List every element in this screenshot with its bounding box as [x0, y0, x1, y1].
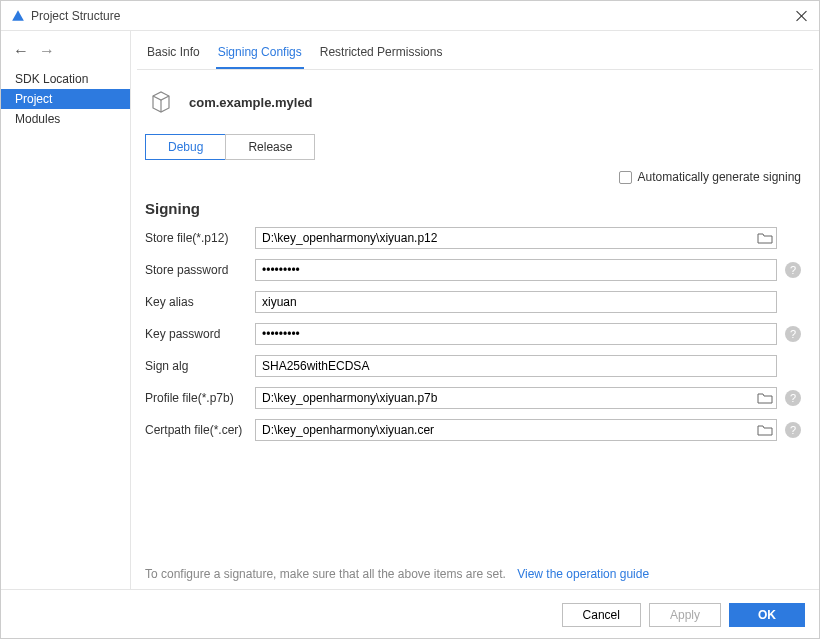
- row-store-password: Store password ?: [145, 259, 801, 281]
- help-spacer: [785, 230, 801, 246]
- hint: To configure a signature, make sure that…: [145, 567, 805, 581]
- input-profile-file[interactable]: [255, 387, 777, 409]
- package-cube-icon: [145, 86, 177, 118]
- window-title: Project Structure: [31, 9, 795, 23]
- browse-profile-file-icon[interactable]: [757, 391, 773, 405]
- auto-signing-label: Automatically generate signing: [638, 170, 801, 184]
- label-store-password: Store password: [145, 263, 255, 277]
- row-certpath-file: Certpath file(*.cer) ?: [145, 419, 801, 441]
- input-wrap-key-alias: [255, 291, 777, 313]
- input-key-password[interactable]: [255, 323, 777, 345]
- help-profile-file-icon[interactable]: ?: [785, 390, 801, 406]
- hint-link[interactable]: View the operation guide: [517, 567, 649, 581]
- package-name: com.example.myled: [189, 95, 313, 110]
- input-key-alias[interactable]: [255, 291, 777, 313]
- input-certpath-file[interactable]: [255, 419, 777, 441]
- input-wrap-store-file: [255, 227, 777, 249]
- input-sign-alg[interactable]: [255, 355, 777, 377]
- row-key-password: Key password ?: [145, 323, 801, 345]
- label-key-alias: Key alias: [145, 295, 255, 309]
- help-certpath-file-icon[interactable]: ?: [785, 422, 801, 438]
- input-store-file[interactable]: [255, 227, 777, 249]
- auto-signing-checkbox[interactable]: [619, 171, 632, 184]
- footer: Cancel Apply OK: [1, 589, 819, 639]
- forward-arrow-icon[interactable]: →: [39, 43, 55, 59]
- help-store-password-icon[interactable]: ?: [785, 262, 801, 278]
- input-wrap-profile-file: [255, 387, 777, 409]
- tab-signing-configs[interactable]: Signing Configs: [216, 45, 304, 69]
- back-arrow-icon[interactable]: ←: [13, 43, 29, 59]
- input-wrap-sign-alg: [255, 355, 777, 377]
- input-wrap-key-password: [255, 323, 777, 345]
- row-profile-file: Profile file(*.p7b) ?: [145, 387, 801, 409]
- label-profile-file: Profile file(*.p7b): [145, 391, 255, 405]
- label-sign-alg: Sign alg: [145, 359, 255, 373]
- input-store-password[interactable]: [255, 259, 777, 281]
- label-certpath-file: Certpath file(*.cer): [145, 423, 255, 437]
- nav-arrows: ← →: [1, 39, 130, 69]
- help-spacer: [785, 358, 801, 374]
- package-header: com.example.myled: [145, 86, 801, 118]
- sidebar-item-modules[interactable]: Modules: [1, 109, 130, 129]
- close-icon[interactable]: [795, 9, 809, 23]
- label-store-file: Store file(*.p12): [145, 231, 255, 245]
- ok-button[interactable]: OK: [729, 603, 805, 627]
- apply-button[interactable]: Apply: [649, 603, 721, 627]
- body: ← → SDK Location Project Modules Basic I…: [1, 31, 819, 589]
- label-key-password: Key password: [145, 327, 255, 341]
- input-wrap-certpath-file: [255, 419, 777, 441]
- cancel-button[interactable]: Cancel: [562, 603, 641, 627]
- sidebar: ← → SDK Location Project Modules: [1, 31, 131, 589]
- content: com.example.myled Debug Release Automati…: [131, 70, 819, 589]
- browse-store-file-icon[interactable]: [757, 231, 773, 245]
- section-title: Signing: [145, 200, 801, 217]
- main: Basic Info Signing Configs Restricted Pe…: [131, 31, 819, 589]
- build-tab-release[interactable]: Release: [225, 134, 315, 160]
- auto-signing-row: Automatically generate signing: [145, 166, 801, 194]
- help-key-password-icon[interactable]: ?: [785, 326, 801, 342]
- tabs: Basic Info Signing Configs Restricted Pe…: [137, 31, 813, 70]
- sidebar-item-project[interactable]: Project: [1, 89, 130, 109]
- app-logo-icon: [11, 9, 25, 23]
- tab-restricted-permissions[interactable]: Restricted Permissions: [318, 45, 445, 69]
- titlebar: Project Structure: [1, 1, 819, 31]
- input-wrap-store-password: [255, 259, 777, 281]
- hint-text: To configure a signature, make sure that…: [145, 567, 506, 581]
- row-store-file: Store file(*.p12): [145, 227, 801, 249]
- build-tab-debug[interactable]: Debug: [145, 134, 225, 160]
- tab-basic-info[interactable]: Basic Info: [145, 45, 202, 69]
- help-spacer: [785, 294, 801, 310]
- row-key-alias: Key alias: [145, 291, 801, 313]
- row-sign-alg: Sign alg: [145, 355, 801, 377]
- build-type-tabs: Debug Release: [145, 134, 801, 160]
- sidebar-item-sdk-location[interactable]: SDK Location: [1, 69, 130, 89]
- browse-certpath-file-icon[interactable]: [757, 423, 773, 437]
